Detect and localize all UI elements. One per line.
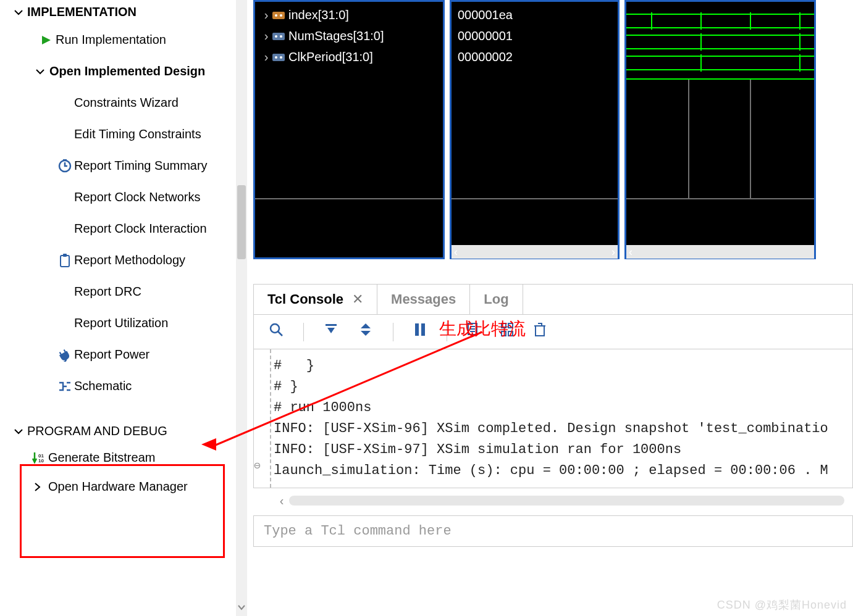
panel-divider xyxy=(255,198,443,199)
signal-row[interactable]: › NumStages[31:0] xyxy=(255,25,443,46)
waveform-signal-values[interactable]: 000001ea 00000001 00000002 ‹ › xyxy=(450,0,620,259)
waveform-viewer: › index[31:0] › NumStages[31:0] › ClkPer… xyxy=(253,0,853,259)
waveform-signal-names[interactable]: › index[31:0] › NumStages[31:0] › ClkPer… xyxy=(253,0,445,259)
signal-row[interactable]: › index[31:0] xyxy=(255,4,443,25)
svg-rect-7 xyxy=(272,12,285,19)
tcl-console-output[interactable]: ⊖ # } # } # run 1000ns INFO: [USF-XSim-9… xyxy=(253,349,853,488)
svg-rect-17 xyxy=(326,324,337,326)
svg-point-8 xyxy=(275,14,277,17)
signal-value: 00000001 xyxy=(458,25,611,46)
watermark: CSDN @鸡梨菌Honevid xyxy=(717,597,847,612)
chevron-down-icon xyxy=(10,427,27,436)
console-line: INFO: [USF-XSim-97] XSim simulation ran … xyxy=(274,439,849,460)
scroll-left-icon[interactable]: ‹ xyxy=(274,494,289,508)
svg-rect-4 xyxy=(63,254,67,257)
annotation-text: 生成比特流 xyxy=(439,317,526,341)
panel-divider xyxy=(626,198,814,199)
svg-point-9 xyxy=(280,14,282,17)
svg-marker-20 xyxy=(361,331,371,336)
report-clock-interaction[interactable]: Report Clock Interaction xyxy=(0,213,247,244)
report-timing-summary[interactable]: Report Timing Summary xyxy=(0,150,247,181)
sidebar-scrollbar[interactable] xyxy=(236,0,247,616)
svg-marker-18 xyxy=(327,328,335,333)
svg-point-14 xyxy=(275,56,277,59)
svg-point-16 xyxy=(271,324,279,333)
panel-divider xyxy=(452,198,618,199)
pause-icon[interactable] xyxy=(413,322,427,341)
plug-icon xyxy=(56,348,74,362)
signal-value: 000001ea xyxy=(458,4,611,25)
waveform-trace xyxy=(626,54,814,75)
chevron-right-icon[interactable]: › xyxy=(260,50,272,64)
scroll-down-icon[interactable] xyxy=(236,601,247,615)
clock-icon xyxy=(56,159,74,173)
report-methodology[interactable]: Report Methodology xyxy=(0,244,247,276)
annotation-arrow-head xyxy=(201,438,216,451)
scrollbar-thumb[interactable] xyxy=(237,185,246,259)
signal-icon xyxy=(272,51,286,62)
fold-knob-icon[interactable]: ⊖ xyxy=(254,456,261,477)
run-implementation[interactable]: Run Implementation xyxy=(0,24,247,56)
svg-rect-3 xyxy=(61,256,69,267)
clear-icon[interactable] xyxy=(534,322,546,341)
annotation-box-program-debug xyxy=(20,464,225,558)
signal-value: 00000002 xyxy=(458,46,611,67)
toolbar-separator xyxy=(393,323,393,341)
scrollbar-track[interactable] xyxy=(289,496,844,506)
tcl-command-input[interactable]: Type a Tcl command here xyxy=(253,515,853,547)
waveform-canvas[interactable]: ‹ xyxy=(624,0,816,259)
scroll-left-icon[interactable]: ‹ xyxy=(454,246,458,259)
implementation-label: IMPLEMENTATION xyxy=(27,5,137,19)
console-line: # } xyxy=(274,377,849,397)
scroll-left-icon[interactable]: ‹ xyxy=(629,246,632,259)
svg-marker-0 xyxy=(42,36,51,44)
chevron-right-icon[interactable]: › xyxy=(260,8,272,22)
chevron-right-icon[interactable]: › xyxy=(260,29,272,43)
console-hscrollbar[interactable]: ‹ xyxy=(274,492,844,509)
schematic[interactable]: Schematic xyxy=(0,370,247,402)
play-icon xyxy=(37,35,56,46)
signal-icon xyxy=(272,9,286,20)
tab-log[interactable]: Log xyxy=(470,285,523,314)
report-drc[interactable]: Report DRC xyxy=(0,276,247,307)
tab-tcl-console[interactable]: Tcl Console ✕ xyxy=(254,285,377,314)
flow-navigator: IMPLEMENTATION Run Implementation Open I… xyxy=(0,0,247,616)
signal-icon xyxy=(272,30,286,41)
waveform-trace xyxy=(626,12,814,33)
collapse-all-icon[interactable] xyxy=(324,322,338,341)
constraints-wizard[interactable]: Constraints Wizard xyxy=(0,87,247,119)
report-clock-networks[interactable]: Report Clock Networks xyxy=(0,181,247,213)
console-line: # run 1000ns xyxy=(274,397,849,418)
expand-all-icon[interactable] xyxy=(358,322,373,341)
svg-rect-10 xyxy=(272,33,285,40)
edit-timing-constraints[interactable]: Edit Timing Constraints xyxy=(0,119,247,150)
console-gutter: ⊖ xyxy=(256,349,271,488)
search-icon[interactable] xyxy=(269,322,284,341)
main-area: › index[31:0] › NumStages[31:0] › ClkPer… xyxy=(247,0,853,616)
svg-rect-28 xyxy=(536,326,544,336)
svg-marker-19 xyxy=(361,323,371,328)
clipboard-icon xyxy=(56,254,74,267)
svg-point-15 xyxy=(280,56,282,59)
svg-point-12 xyxy=(280,35,282,38)
report-utilization[interactable]: Report Utilization xyxy=(0,307,247,339)
chevron-down-icon xyxy=(31,67,49,77)
waveform-hscroll[interactable]: ‹ xyxy=(626,245,814,259)
signal-row[interactable]: › ClkPeriod[31:0] xyxy=(255,46,443,67)
report-power[interactable]: Report Power xyxy=(0,339,247,370)
console-line: launch_simulation: Time (s): cpu = 00:00… xyxy=(274,460,849,481)
chevron-down-icon xyxy=(10,7,27,17)
svg-point-11 xyxy=(275,35,277,38)
open-implemented-design[interactable]: Open Implemented Design xyxy=(0,56,247,87)
implementation-section[interactable]: IMPLEMENTATION xyxy=(0,0,247,24)
console-line: # } xyxy=(274,356,849,377)
svg-rect-13 xyxy=(272,54,285,61)
schematic-icon xyxy=(56,380,74,393)
console-tabs: Tcl Console ✕ Messages Log xyxy=(253,284,853,315)
close-icon[interactable]: ✕ xyxy=(352,291,363,307)
waveform-hscroll[interactable]: ‹ › xyxy=(452,245,618,259)
scroll-right-icon[interactable]: › xyxy=(611,246,615,259)
open-implemented-design-label: Open Implemented Design xyxy=(49,64,205,78)
tab-messages[interactable]: Messages xyxy=(377,285,470,314)
waveform-trace xyxy=(626,33,814,54)
